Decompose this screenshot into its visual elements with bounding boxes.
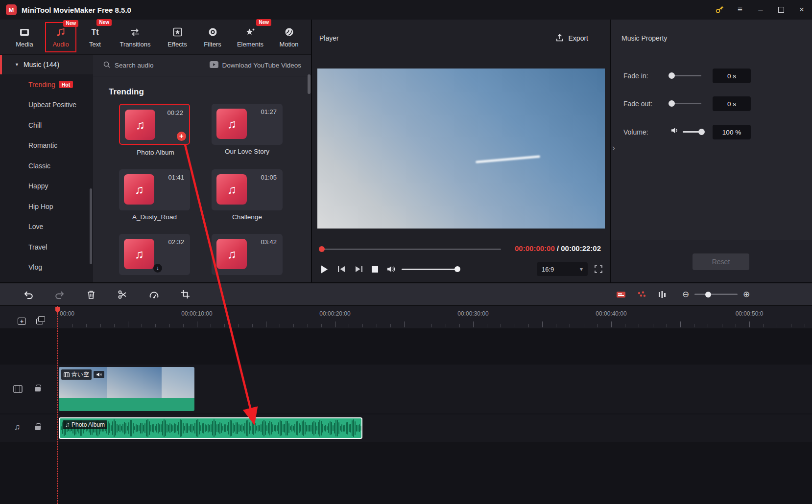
music-card-our-love-story[interactable]: ♫ 01:27 Our Love Story <box>212 104 283 145</box>
zoom-out-button[interactable]: ⊖ <box>680 289 692 300</box>
sidebar-item-vlog[interactable]: Vlog <box>0 257 93 278</box>
seek-bar[interactable] <box>321 249 501 250</box>
library-section-title: Trending <box>109 87 311 97</box>
sidebar-item-label: Romantic <box>28 141 57 149</box>
ribbon-tab-media[interactable]: Media <box>9 22 40 52</box>
download-youtube-button[interactable]: Download YouTube Videos <box>210 61 301 69</box>
caret-down-icon: ▼ <box>15 62 19 67</box>
fullscreen-button[interactable] <box>594 265 603 274</box>
volume-slider[interactable] <box>683 131 703 133</box>
music-card-challenge[interactable]: ♫ 01:05 Challenge <box>212 169 283 210</box>
download-icon[interactable]: ↓ <box>153 264 162 273</box>
undo-button[interactable] <box>23 289 34 300</box>
player-volume-slider[interactable] <box>402 269 459 270</box>
collapse-panel-chevron[interactable]: › <box>612 143 615 153</box>
sidebar-item-upbeat-positive[interactable]: Upbeat Positive <box>0 95 93 115</box>
music-library-panel: Search audio Download YouTube Videos Tre… <box>93 55 311 282</box>
minimize-button[interactable]: – <box>750 0 771 20</box>
fade-in-value[interactable]: 0 s <box>713 69 751 83</box>
aspect-ratio-select[interactable]: 16:9 ▾ <box>537 262 588 276</box>
reset-button[interactable]: Reset <box>693 253 749 270</box>
zoom-in-button[interactable]: ⊕ <box>740 289 752 300</box>
sidebar-item-love[interactable]: Love <box>0 217 93 237</box>
music-duration: 00:22 <box>167 109 183 116</box>
export-button[interactable]: Export <box>555 33 588 44</box>
music-category-sidebar: ▼ Music (144) Trending Hot Upbeat Positi… <box>0 55 93 282</box>
menu-icon[interactable]: ≡ <box>730 0 750 20</box>
search-icon <box>103 61 111 70</box>
maximize-button[interactable] <box>771 0 791 20</box>
sidebar-item-romantic[interactable]: Romantic <box>0 136 93 156</box>
new-badge: New <box>256 19 271 26</box>
ribbon-tab-motion[interactable]: Motion <box>273 22 305 52</box>
video-clip[interactable]: 青い空 <box>59 367 194 411</box>
sidebar-item-travel[interactable]: Travel <box>0 237 93 257</box>
music-card-photo-album[interactable]: ♫ 00:22 + Photo Album <box>119 104 190 145</box>
library-scrollbar[interactable] <box>308 74 310 94</box>
fade-in-thumb[interactable] <box>669 72 675 79</box>
music-card-5[interactable]: ♫ 02:32 ↓ <box>119 234 190 275</box>
sidebar-item-label: Vlog <box>28 263 42 271</box>
render-preview-icon[interactable] <box>636 289 647 300</box>
music-category-header[interactable]: ▼ Music (144) <box>0 55 93 74</box>
delete-button[interactable] <box>85 289 97 300</box>
search-audio-button[interactable]: Search audio <box>103 61 154 70</box>
playhead[interactable] <box>57 306 58 504</box>
sidebar-scrollbar[interactable] <box>90 188 92 264</box>
split-scissors-button[interactable] <box>117 289 128 300</box>
ribbon-tab-audio[interactable]: New Audio <box>45 22 76 52</box>
speed-button[interactable] <box>148 289 160 300</box>
volume-value[interactable]: 100 % <box>713 125 751 139</box>
sidebar-item-label: Travel <box>28 243 47 251</box>
seek-thumb[interactable] <box>319 246 325 252</box>
duplicate-clip-button[interactable] <box>36 319 43 324</box>
audio-clip-photo-album[interactable]: ♫ Photo Album <box>59 417 362 439</box>
add-to-timeline-button[interactable]: + <box>177 132 186 141</box>
next-frame-button[interactable] <box>355 266 363 273</box>
fade-out-slider[interactable] <box>670 103 701 104</box>
music-note-icon: ♫ <box>65 421 70 428</box>
ribbon-tab-effects[interactable]: Effects <box>162 22 193 52</box>
license-key-icon[interactable] <box>709 0 730 20</box>
add-clip-button[interactable]: + <box>18 318 26 325</box>
fade-in-slider[interactable] <box>670 75 701 76</box>
sidebar-item-chill[interactable]: Chill <box>0 115 93 136</box>
music-note-icon: ♫ <box>227 247 237 261</box>
previous-frame-button[interactable] <box>337 266 346 273</box>
filters-icon <box>208 26 218 38</box>
sidebar-item-happy[interactable]: Happy <box>0 176 93 197</box>
volume-icon[interactable] <box>670 127 679 136</box>
music-note-icon: ♫ <box>135 247 144 261</box>
ruler-label: 00:00:10:00 <box>181 310 212 317</box>
player-volume-thumb[interactable] <box>454 266 460 272</box>
track-height-icon[interactable] <box>656 289 668 300</box>
ribbon-tab-elements[interactable]: New Elements <box>232 22 268 52</box>
video-track-lock-icon[interactable] <box>35 387 41 391</box>
play-button[interactable] <box>319 265 329 274</box>
timeline-zoom-slider[interactable] <box>694 294 738 295</box>
stop-button[interactable] <box>371 266 378 273</box>
fade-out-value[interactable]: 0 s <box>713 96 751 111</box>
music-card-a-dusty-road[interactable]: ♫ 01:41 A_Dusty_Road <box>119 169 190 210</box>
volume-thumb[interactable] <box>698 129 705 135</box>
fade-out-thumb[interactable] <box>669 100 675 107</box>
sidebar-item-classic[interactable]: Classic <box>0 156 93 176</box>
sidebar-item-trending[interactable]: Trending Hot <box>0 74 93 95</box>
timeline-zoom-thumb[interactable] <box>705 292 711 298</box>
ruler-label: 00:00:30:00 <box>457 310 488 317</box>
video-thumbnail-frame <box>162 367 194 398</box>
track-operations-icon[interactable] <box>615 289 627 300</box>
ribbon-tab-filters[interactable]: Filters <box>198 22 227 52</box>
volume-row: Volume: 100 % <box>611 125 812 139</box>
close-button[interactable]: × <box>791 0 812 20</box>
ribbon-tab-transitions[interactable]: Transitions <box>114 22 157 52</box>
redo-button[interactable] <box>54 289 66 300</box>
music-card-6[interactable]: ♫ 03:42 <box>212 234 283 275</box>
player-volume-icon[interactable] <box>386 265 396 273</box>
crop-button[interactable] <box>179 289 191 300</box>
fade-in-row: Fade in: 0 s <box>611 69 812 83</box>
timeline-ruler[interactable]: 00:00 00:00:10:00 00:00:20:00 00:00:30:0… <box>0 306 812 328</box>
sidebar-item-hip-hop[interactable]: Hip Hop <box>0 196 93 217</box>
ribbon-tab-text[interactable]: New Tt Text <box>81 22 109 52</box>
audio-track-lock-icon[interactable] <box>35 426 41 430</box>
